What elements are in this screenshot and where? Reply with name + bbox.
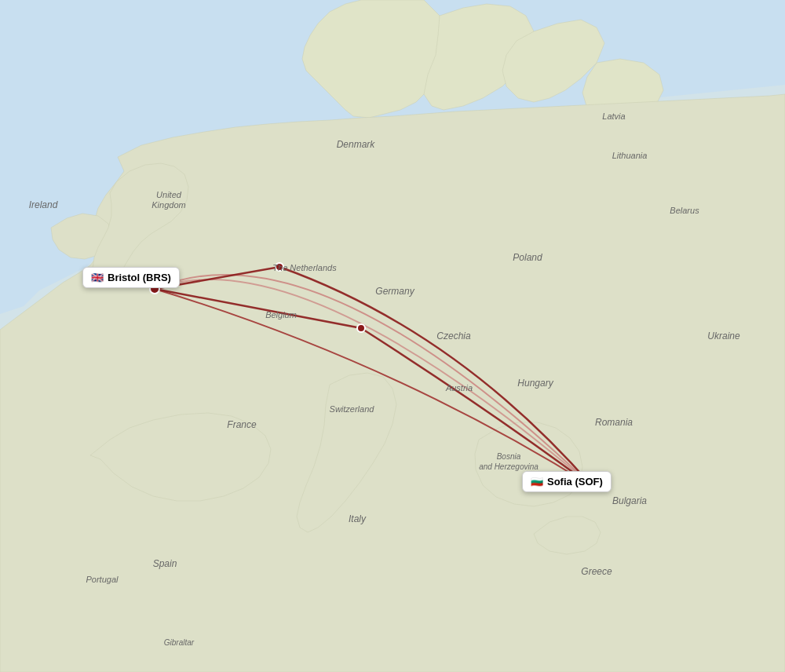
svg-text:Czechia: Czechia xyxy=(436,331,471,341)
svg-text:Greece: Greece xyxy=(581,566,612,577)
svg-text:Hungary: Hungary xyxy=(517,378,553,389)
svg-text:Austria: Austria xyxy=(445,383,473,393)
svg-text:Bulgaria: Bulgaria xyxy=(612,495,647,506)
svg-text:Switzerland: Switzerland xyxy=(330,404,375,414)
svg-text:Portugal: Portugal xyxy=(86,575,119,584)
svg-text:France: France xyxy=(227,419,257,430)
svg-text:The Netherlands: The Netherlands xyxy=(272,263,337,272)
svg-text:Ukraine: Ukraine xyxy=(707,331,740,341)
svg-text:Gibraltar: Gibraltar xyxy=(164,638,195,647)
svg-text:Germany: Germany xyxy=(375,286,414,297)
svg-text:Denmark: Denmark xyxy=(337,139,376,150)
svg-text:Bosnia: Bosnia xyxy=(497,452,521,461)
svg-text:and Herzegovina: and Herzegovina xyxy=(479,462,539,471)
svg-point-2 xyxy=(357,324,365,332)
map-container: Ireland United Kingdom Denmark The Nethe… xyxy=(0,0,785,672)
svg-text:United: United xyxy=(156,190,182,199)
svg-point-3 xyxy=(150,284,159,294)
svg-point-4 xyxy=(588,482,597,491)
svg-text:Spain: Spain xyxy=(153,558,177,569)
svg-text:Belarus: Belarus xyxy=(670,206,699,215)
svg-text:Poland: Poland xyxy=(513,252,542,263)
svg-text:Romania: Romania xyxy=(595,417,633,428)
svg-text:Belgium: Belgium xyxy=(265,310,297,320)
svg-text:Italy: Italy xyxy=(349,513,367,524)
svg-text:Kingdom: Kingdom xyxy=(152,200,185,210)
svg-text:Ireland: Ireland xyxy=(29,199,58,210)
svg-text:Latvia: Latvia xyxy=(602,111,625,121)
svg-text:Lithuania: Lithuania xyxy=(612,151,648,160)
